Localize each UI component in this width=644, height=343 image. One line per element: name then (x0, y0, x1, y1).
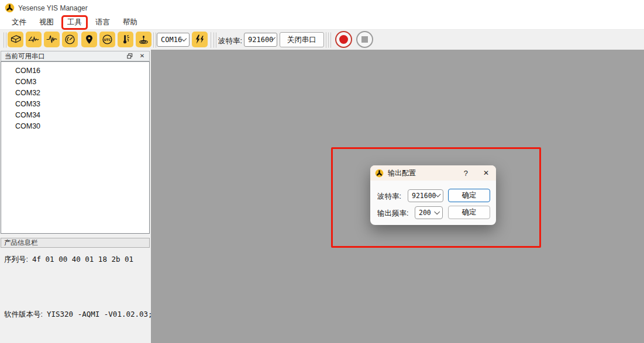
dialog-close-button[interactable]: ✕ (483, 169, 489, 177)
menu-language[interactable]: 语言 (89, 16, 116, 29)
port-list-item[interactable]: COM32 (1, 88, 149, 99)
menu-bar: 文件 视图 工具 语言 帮助 (0, 16, 644, 30)
ports-list: COM16 COM3 COM32 COM33 COM34 COM30 (1, 61, 150, 234)
gauge-icon (64, 33, 76, 46)
port-select[interactable]: COM16 (157, 33, 190, 47)
utc-clock-icon: UTC (101, 33, 113, 46)
serial-number-line: 序列号: 4f 01 00 40 01 18 2b 01 (4, 255, 133, 265)
toolbar-grip[interactable] (4, 33, 6, 47)
baud-rate-label: 波特率: (218, 36, 242, 46)
toolbar-separator (326, 32, 326, 48)
menu-file[interactable]: 文件 (5, 16, 33, 29)
serial-number-label: 序列号: (4, 255, 28, 265)
baud-rate-select[interactable]: 921600 (244, 33, 277, 47)
software-version-label: 软件版本号: (4, 310, 43, 320)
dialog-frequency-value: 200 (419, 209, 431, 217)
title-bar: Yesense YIS Manager (0, 0, 644, 16)
cube-3d-icon (9, 33, 22, 46)
software-version-line: 软件版本号: YIS320 -AQMI -V01.02.03; (4, 310, 153, 320)
record-button[interactable] (335, 31, 352, 48)
dialog-title-bar[interactable]: 输出配置 ? ✕ (370, 165, 496, 181)
dialog-frequency-label: 输出频率: (377, 209, 408, 219)
attitude-waveform-icon (27, 33, 40, 46)
yesense-logo-icon (375, 169, 384, 178)
location-pin-button[interactable] (81, 32, 97, 47)
svg-text:UTC: UTC (104, 38, 111, 41)
dialog-baud-label: 波特率: (377, 192, 401, 202)
stop-icon (361, 36, 368, 43)
port-list-item[interactable]: COM33 (1, 99, 149, 110)
joystick-icon (137, 33, 150, 46)
thermometer-icon (119, 33, 132, 46)
toolbar-separator (211, 32, 211, 48)
port-list-item[interactable]: COM34 (1, 110, 149, 121)
ports-panel-header: 当前可用串口 ✕ (1, 51, 150, 61)
chevron-down-icon (434, 209, 440, 214)
baud-rate-value: 921600 (248, 36, 273, 44)
dialog-help-button[interactable]: ? (464, 169, 468, 178)
dialog-title: 输出配置 (388, 168, 416, 178)
close-serial-port-label: 关闭串口 (287, 35, 316, 45)
gauge-button[interactable] (62, 32, 78, 47)
menu-tools[interactable]: 工具 (61, 15, 88, 30)
thermometer-button[interactable] (118, 32, 133, 47)
cube-3d-button[interactable] (8, 32, 23, 47)
software-version-value: YIS320 -AQMI -V01.02.03; (47, 310, 153, 318)
toolbar-grip[interactable] (153, 33, 156, 47)
joystick-button[interactable] (136, 32, 151, 47)
dialog-frequency-confirm-button[interactable]: 确定 (448, 206, 490, 219)
yesense-logo-icon (5, 3, 15, 13)
float-panel-button[interactable] (126, 53, 133, 60)
dialog-baud-select[interactable]: 921600 (408, 189, 443, 202)
confirm-button-label: 确定 (462, 190, 477, 200)
stop-button[interactable] (356, 31, 373, 48)
refresh-ports-button[interactable] (192, 32, 208, 47)
toolbar-grip[interactable] (328, 33, 331, 47)
menu-view[interactable]: 视图 (33, 16, 60, 29)
close-panel-button[interactable]: ✕ (139, 53, 146, 60)
info-panel-title: 产品信息栏 (4, 238, 38, 247)
close-serial-port-button[interactable]: 关闭串口 (280, 32, 324, 47)
toolbar-grip[interactable] (213, 33, 216, 47)
record-icon (339, 35, 348, 44)
location-pin-icon (83, 33, 95, 46)
window-title: Yesense YIS Manager (18, 4, 88, 12)
signal-waveform-icon (46, 33, 58, 46)
utc-clock-button[interactable]: UTC (99, 32, 115, 47)
ports-panel-title: 当前可用串口 (5, 52, 45, 61)
chevron-down-icon (181, 36, 187, 41)
toolbar: UTC COM16 (0, 30, 644, 50)
menu-help[interactable]: 帮助 (116, 16, 144, 29)
dialog-baud-confirm-button[interactable]: 确定 (448, 189, 490, 202)
serial-number-value: 4f 01 00 40 01 18 2b 01 (32, 255, 133, 264)
attitude-waveform-button[interactable] (26, 32, 42, 47)
port-list-item[interactable]: COM3 (1, 77, 149, 88)
confirm-button-label: 确定 (462, 207, 477, 217)
double-lightning-icon (194, 34, 205, 45)
port-list-item[interactable]: COM30 (1, 121, 149, 132)
info-panel-header: 产品信息栏 (1, 238, 150, 248)
signal-waveform-button[interactable] (44, 32, 60, 47)
port-list-item[interactable]: COM16 (1, 65, 149, 77)
dialog-baud-value: 921600 (412, 192, 436, 200)
port-select-value: COM16 (161, 36, 182, 44)
dialog-frequency-select[interactable]: 200 (415, 206, 443, 219)
output-config-dialog: 输出配置 ? ✕ 波特率: 921600 确定 输出频率: 200 确定 (370, 165, 496, 225)
